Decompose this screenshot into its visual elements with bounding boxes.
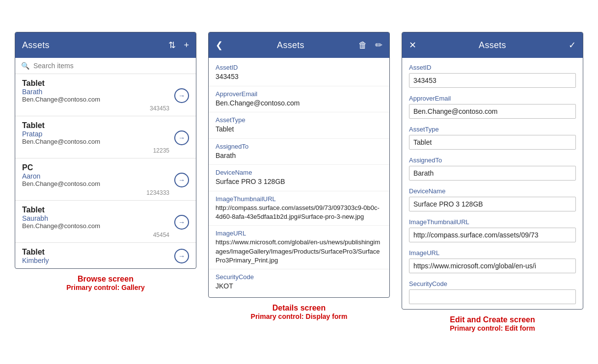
close-icon[interactable]: ✕ [409,41,416,50]
list-item-email-2: Ben.Change@contoso.com [22,180,169,187]
edit-label-assettype: AssetType [409,126,576,133]
edit-label: Edit and Create screen Primary control: … [450,315,535,332]
field-value-assignedto: Barath [216,151,382,161]
edit-fields: AssetID ApproverEmail AssetType Assigned… [402,58,583,309]
details-label-sub: Primary control: Display form [251,312,348,320]
details-field-devicename: DeviceName Surface PRO 3 128GB [209,165,389,191]
list-item-arrow-1[interactable]: → [174,130,189,145]
browse-screen-wrapper: Assets ⇅ + 🔍 Tablet Barath Ben.Change@co… [15,32,196,291]
edit-title: Assets [479,40,506,51]
details-field-assignedto: AssignedTo Barath [209,139,389,165]
field-label-assetid: AssetID [216,64,382,71]
edit-field-imageurl: ImageURL [402,245,583,276]
list-item-name-3: Saurabh [22,214,169,222]
browse-title: Assets [22,40,50,51]
details-label: Details screen Primary control: Display … [251,304,348,320]
details-header-icons: 🗑 ✏ [358,41,382,50]
edit-label-assetid: AssetID [409,64,576,71]
browse-label: Browse screen Primary control: Gallery [66,275,145,291]
search-bar[interactable]: 🔍 [15,58,196,74]
list-item-name-0: Barath [22,88,169,96]
list-item-email-3: Ben.Change@contoso.com [22,222,169,230]
edit-input-imagethumbnailurl[interactable] [409,228,576,242]
edit-field-assettype: AssetType [402,122,583,153]
list-item-name-1: Pratap [22,130,169,138]
list-item[interactable]: Tablet Barath Ben.Change@contoso.com 343… [15,74,196,116]
list-item-arrow-0[interactable]: → [174,88,189,103]
list-item-name-2: Aaron [22,172,169,180]
field-label-assignedto: AssignedTo [216,143,382,150]
list-item-type-2: PC [22,163,169,172]
field-label-securitycode: SecurityCode [216,273,382,281]
edit-field-assetid: AssetID [402,60,583,91]
field-label-devicename: DeviceName [216,169,382,176]
list-item-id-3: 45454 [22,232,169,238]
list-item-arrow-3[interactable]: → [174,215,189,230]
edit-input-assignedto[interactable] [409,166,576,181]
edit-screen-wrapper: ✕ Assets ✓ AssetID ApproverEmail AssetTy… [402,32,583,332]
edit-label-sub: Primary control: Edit form [450,324,535,332]
check-icon[interactable]: ✓ [569,41,576,50]
list-item[interactable]: Tablet Saurabh Ben.Change@contoso.com 45… [15,201,196,243]
details-label-main: Details screen [251,304,348,312]
edit-label-approveremail: ApproverEmail [409,95,576,102]
edit-input-devicename[interactable] [409,197,576,211]
screens-container: Assets ⇅ + 🔍 Tablet Barath Ben.Change@co… [15,32,583,332]
browse-label-sub: Primary control: Gallery [66,284,145,291]
delete-icon[interactable]: 🗑 [358,41,367,50]
list-item[interactable]: PC Aaron Ben.Change@contoso.com 1234333 … [15,158,196,201]
browse-header: Assets ⇅ + [15,32,196,58]
field-value-devicename: Surface PRO 3 128GB [216,177,382,187]
list-item-type-1: Tablet [22,121,169,130]
list-item-arrow-4[interactable]: → [174,249,189,263]
search-input[interactable] [33,62,190,70]
edit-field-imagethumbnailurl: ImageThumbnailURL [402,214,583,245]
edit-icon[interactable]: ✏ [375,41,382,50]
field-value-assettype: Tablet [216,125,382,134]
edit-field-approveremail: ApproverEmail [402,91,583,122]
list-item[interactable]: Tablet Kimberly → [15,243,196,268]
edit-label-assignedto: AssignedTo [409,156,576,164]
list-item[interactable]: Tablet Pratap Ben.Change@contoso.com 122… [15,116,196,158]
details-field-assetid: AssetID 343453 [209,60,389,86]
list-item-arrow-2[interactable]: → [174,173,189,187]
edit-input-assettype[interactable] [409,135,576,150]
browse-label-main: Browse screen [66,275,145,284]
list-item-id-2: 1234333 [22,189,169,196]
edit-input-imageurl[interactable] [409,259,576,273]
back-icon[interactable]: ❮ [216,41,223,50]
details-screen: ❮ Assets 🗑 ✏ AssetID 343453 ApproverEmai… [208,32,390,298]
details-header: ❮ Assets 🗑 ✏ [209,32,389,58]
field-value-approveremail: Ben.Change@contoso.com [216,99,382,108]
edit-label-devicename: DeviceName [409,187,576,195]
list-item-content-4: Tablet Kimberly [22,248,169,264]
edit-input-securitycode[interactable] [409,289,576,304]
edit-input-assetid[interactable] [409,73,576,88]
edit-input-approveremail[interactable] [409,104,576,119]
field-value-securitycode: JKOT [216,282,382,291]
edit-label-imagethumbnailurl: ImageThumbnailURL [409,218,576,226]
list-item-type-3: Tablet [22,206,169,214]
edit-label-securitycode: SecurityCode [409,280,576,287]
edit-header: ✕ Assets ✓ [402,32,583,58]
add-icon[interactable]: + [184,41,189,50]
field-value-assetid: 343453 [216,72,382,82]
details-field-imagethumbnailurl: ImageThumbnailURL http://compass.surface… [209,191,389,226]
list-item-id-1: 12235 [22,147,169,154]
details-field-securitycode: SecurityCode JKOT [209,269,389,295]
field-value-imageurl: https://www.microsoft.com/global/en-us/n… [216,238,382,265]
field-label-imagethumbnailurl: ImageThumbnailURL [216,195,382,203]
edit-label-main: Edit and Create screen [450,315,535,324]
details-field-imageurl: ImageURL https://www.microsoft.com/globa… [209,226,389,269]
edit-field-securitycode: SecurityCode [402,276,583,307]
list-item-name-4: Kimberly [22,257,169,264]
edit-screen: ✕ Assets ✓ AssetID ApproverEmail AssetTy… [402,32,583,310]
edit-label-imageurl: ImageURL [409,249,576,257]
details-screen-wrapper: ❮ Assets 🗑 ✏ AssetID 343453 ApproverEmai… [208,32,390,320]
details-fields: AssetID 343453 ApproverEmail Ben.Change@… [209,58,389,297]
browse-screen: Assets ⇅ + 🔍 Tablet Barath Ben.Change@co… [15,32,196,269]
details-field-assettype: AssetType Tablet [209,112,389,139]
sort-icon[interactable]: ⇅ [168,41,176,50]
search-icon: 🔍 [21,62,29,70]
list-item-id-0: 343453 [22,105,169,112]
